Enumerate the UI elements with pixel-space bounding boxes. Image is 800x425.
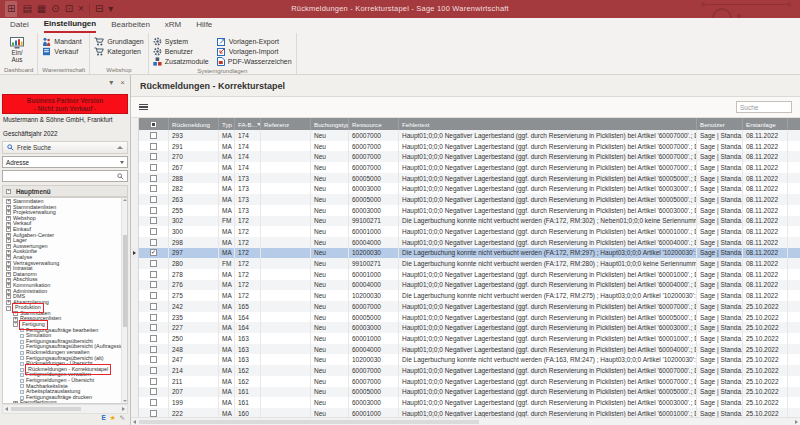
cell-erstanlage[interactable]: 25.10.2022 [743, 387, 788, 398]
cell-typ[interactable]: MA [219, 301, 235, 312]
table-row[interactable]: 248MA163Neu60004000Haupt01;0;0;0 Negativ… [131, 344, 800, 355]
cell-benutzer[interactable]: Sage | Standa... [697, 408, 743, 417]
cell-typ[interactable]: MA [219, 130, 235, 141]
cell-buchungstyp[interactable]: Neu [311, 387, 349, 398]
row-checkbox[interactable] [150, 228, 157, 235]
cell-typ[interactable]: FM [219, 258, 235, 269]
cell-ressource[interactable]: 60001000 [349, 333, 399, 344]
row-checkbox[interactable] [150, 399, 157, 406]
cell-rueckmeldung[interactable]: 293 [169, 130, 219, 141]
cell-rueckmeldung[interactable]: 248 [169, 344, 219, 355]
tree-item-rückmeldungen-korrekturstapel[interactable]: Rückmeldungen - Korrekturstapel [4, 367, 121, 373]
cell-fehlertext[interactable]: Haupt01;0;0;0 Negativer Lagerbestand (gg… [399, 141, 697, 152]
cell-referenz[interactable] [261, 183, 311, 194]
cell-benutzer[interactable]: Sage | Standa... [697, 237, 743, 248]
cell-ressource[interactable]: 99100271 [349, 258, 399, 269]
cell-buchungstyp[interactable]: Neu [311, 130, 349, 141]
cell-ressource[interactable]: 60007000 [349, 151, 399, 162]
column-header-erstanlage[interactable]: Erstanlage [743, 118, 788, 130]
menu-hamburger-icon[interactable] [139, 104, 148, 111]
table-row[interactable]: 280FM172Neu99100271Die Lagerbuchung konn… [131, 258, 800, 269]
row-checkbox[interactable] [150, 239, 157, 246]
cell-fa_b[interactable]: 165 [235, 301, 261, 312]
cell-fa_b[interactable]: 174 [235, 151, 261, 162]
cell-fa_b[interactable]: 163 [235, 333, 261, 344]
table-row[interactable]: 242MA165Neu60007000Haupt01;0;0;0 Negativ… [131, 301, 800, 312]
cell-ressource[interactable]: 60001000 [349, 269, 399, 280]
cell-buchungstyp[interactable]: Neu [311, 376, 349, 387]
row-checkbox[interactable] [150, 410, 157, 417]
cell-ressource[interactable]: 60003000 [349, 397, 399, 408]
cell-erstanlage[interactable]: 08.11.2022 [743, 141, 788, 152]
cell-rueckmeldung[interactable]: 297 [169, 248, 219, 259]
row-checkbox[interactable] [150, 175, 157, 182]
cell-rueckmeldung[interactable]: 263 [169, 194, 219, 205]
cell-buchungstyp[interactable]: Neu [311, 397, 349, 408]
cell-typ[interactable]: MA [219, 162, 235, 173]
cell-erstanlage[interactable]: 25.10.2022 [743, 344, 788, 355]
cell-fehlertext[interactable]: Haupt01;0;0;0 Negativer Lagerbestand (gg… [399, 269, 697, 280]
cell-rueckmeldung[interactable]: 211 [169, 376, 219, 387]
cell-ressource[interactable]: 99100271 [349, 216, 399, 227]
cell-benutzer[interactable]: Sage | Standa... [697, 130, 743, 141]
ribbon-button-kategorien[interactable]: Kategorien [94, 47, 144, 56]
cell-referenz[interactable] [261, 290, 311, 301]
cell-erstanlage[interactable]: 08.11.2022 [743, 258, 788, 269]
cell-rueckmeldung[interactable]: 199 [169, 397, 219, 408]
cell-fehlertext[interactable]: Die Lagerbuchung konnte nicht verbucht w… [399, 354, 697, 365]
cell-typ[interactable]: MA [219, 237, 235, 248]
cell-typ[interactable]: MA [219, 141, 235, 152]
cell-rueckmeldung[interactable]: 242 [169, 301, 219, 312]
cell-referenz[interactable] [261, 344, 311, 355]
row-checkbox[interactable] [150, 143, 157, 150]
tree-vertical-scrollbar[interactable] [121, 198, 127, 403]
collapse-node-icon[interactable]: - [6, 306, 11, 311]
cell-referenz[interactable] [261, 269, 311, 280]
cell-benutzer[interactable]: Sage | Standa... [697, 387, 743, 398]
row-checkbox[interactable] [150, 356, 157, 363]
cell-fa_b[interactable]: 173 [235, 173, 261, 184]
cell-referenz[interactable] [261, 205, 311, 216]
table-row[interactable]: 278MA172Neu60001000Haupt01;0;0;0 Negativ… [131, 269, 800, 280]
cell-benutzer[interactable]: Sage | Standa... [697, 322, 743, 333]
cell-rueckmeldung[interactable]: 255 [169, 205, 219, 216]
cell-benutzer[interactable]: Sage | Standa... [697, 333, 743, 344]
ribbon-button-pdf-wasserzeichen[interactable]: PDF-Wasserzeichen [217, 57, 292, 66]
cell-rueckmeldung[interactable]: 275 [169, 290, 219, 301]
cell-fehlertext[interactable]: Haupt01;0;0;0 Negativer Lagerbestand (gg… [399, 205, 697, 216]
table-row[interactable]: 291MA174Neu60007000Haupt01;0;0;0 Negativ… [131, 141, 800, 152]
cell-erstanlage[interactable]: 25.10.2022 [743, 333, 788, 344]
table-row[interactable]: 288MA173Neu60005000Haupt01;0;0;0 Negativ… [131, 173, 800, 184]
cell-referenz[interactable] [261, 312, 311, 323]
cell-referenz[interactable] [261, 226, 311, 237]
cell-fa_b[interactable]: 172 [235, 258, 261, 269]
cell-ressource[interactable]: 60007000 [349, 162, 399, 173]
cell-fa_b[interactable]: 172 [235, 237, 261, 248]
favorites-star-icon[interactable]: ★ [110, 414, 116, 421]
cell-erstanlage[interactable]: 08.11.2022 [743, 205, 788, 216]
cell-erstanlage[interactable]: 08.11.2022 [743, 248, 788, 259]
column-header-fa-b[interactable]: FA-B... [235, 118, 261, 130]
cell-referenz[interactable] [261, 151, 311, 162]
table-row[interactable]: 250MA163Neu60001000Haupt01;0;0;0 Negativ… [131, 333, 800, 344]
cell-fehlertext[interactable]: Haupt01;0;0;0 Negativer Lagerbestand (gg… [399, 237, 697, 248]
cell-typ[interactable]: MA [219, 248, 235, 259]
menu-item-einstellungen[interactable]: Einstellungen [44, 18, 96, 33]
cell-fa_b[interactable]: 174 [235, 141, 261, 152]
cell-benutzer[interactable]: Sage | Standa... [697, 301, 743, 312]
cell-referenz[interactable] [261, 397, 311, 408]
cell-erstanlage[interactable]: 25.10.2022 [743, 354, 788, 365]
row-checkbox[interactable] [150, 292, 157, 299]
cell-ressource[interactable]: 60003000 [349, 322, 399, 333]
column-header-rueckmeldung[interactable]: Rückmeldung [169, 118, 219, 130]
table-row[interactable]: 293MA174Neu60007000Haupt01;0;0;0 Negativ… [131, 130, 800, 141]
ribbon-button-mandant[interactable]: Mandant [42, 37, 81, 46]
scroll-up-icon[interactable] [123, 199, 127, 201]
table-row[interactable]: 255MA173Neu60003000Haupt01;0;0;0 Negativ… [131, 205, 800, 216]
cell-fehlertext[interactable]: Haupt01;0;0;0 Negativer Lagerbestand (gg… [399, 365, 697, 376]
cell-ressource[interactable]: 60005000 [349, 173, 399, 184]
cell-buchungstyp[interactable]: Neu [311, 237, 349, 248]
cell-buchungstyp[interactable]: Neu [311, 354, 349, 365]
cell-rueckmeldung[interactable]: 267 [169, 162, 219, 173]
table-horizontal-scrollbar[interactable] [131, 417, 800, 425]
